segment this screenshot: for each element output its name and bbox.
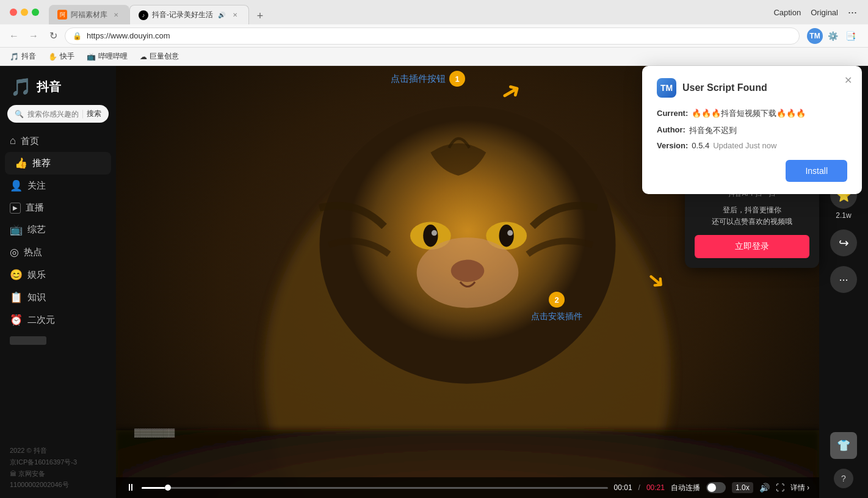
- sidebar-logo: 🎵 抖音: [0, 71, 116, 105]
- entertainment-icon: 😊: [10, 269, 23, 281]
- annotation-bubble-2: 2: [549, 292, 565, 308]
- detail-button[interactable]: 详情 ›: [790, 483, 809, 493]
- tm-current-value: 🔥🔥🔥抖音短视频下载🔥🔥🔥: [692, 107, 806, 120]
- url-text: https://www.douyin.com: [87, 31, 170, 40]
- tm-popup-close-button[interactable]: ✕: [841, 73, 855, 87]
- tm-logo-icon: TM: [657, 78, 676, 98]
- more-action[interactable]: ···: [830, 266, 857, 293]
- more-placeholder: [10, 336, 46, 345]
- search-icon: 🔍: [15, 110, 24, 118]
- help-icon[interactable]: ?: [834, 469, 853, 488]
- svg-point-10: [451, 260, 485, 282]
- bookmark-douyin[interactable]: 🎵 抖音: [10, 51, 36, 62]
- click-plugin-text: 点击插件按钮: [391, 73, 446, 85]
- tm-current-row: Current: 🔥🔥🔥抖音短视频下载🔥🔥🔥: [657, 107, 847, 120]
- video-watermark: ▓▓▓▓▓▓▓: [134, 428, 175, 437]
- video-controls: ⏸ 00:01 / 00:21 自动连播 1.: [116, 477, 819, 498]
- tm-current-label: Current:: [657, 107, 688, 120]
- bookmark-juliang[interactable]: ☁ 巨量创意: [140, 51, 179, 62]
- tm-author-label: Author:: [657, 125, 685, 136]
- pause-button[interactable]: ⏸: [126, 482, 136, 493]
- auto-play-toggle[interactable]: [706, 482, 726, 493]
- bookmark-kuaishou-label: 快手: [60, 51, 74, 62]
- bookmark-juliang-label: 巨量创意: [150, 51, 179, 62]
- tm-author-value: 抖音兔不迟到: [689, 125, 737, 136]
- caption-label[interactable]: Caption: [770, 7, 805, 18]
- time-separator: /: [638, 483, 640, 492]
- sidebar-item-hot[interactable]: ◎ 热点: [0, 241, 116, 264]
- search-button[interactable]: 搜索: [87, 109, 101, 119]
- tshirt-icon[interactable]: 👕: [830, 432, 857, 459]
- tampermonkey-extension-icon[interactable]: TM: [807, 28, 823, 44]
- sidebar-item-home[interactable]: ⌂ 首页: [0, 130, 116, 152]
- tab-douyin[interactable]: ♪ 抖音-记录美好生活 🔊 ✕: [129, 5, 249, 24]
- extension-icons: TM ⚙️ 📑: [803, 28, 862, 44]
- sidebar-item-live-label: 直播: [26, 202, 44, 214]
- progress-bar[interactable]: [142, 487, 608, 489]
- address-bar[interactable]: 🔒 https://www.douyin.com: [65, 27, 800, 45]
- sidebar-item-recommend[interactable]: 👍 推荐: [5, 152, 111, 175]
- sidebar-item-live[interactable]: ▶ 直播: [0, 197, 116, 218]
- sidebar-item-entertainment[interactable]: 😊 娱乐: [0, 264, 116, 286]
- follow-icon: 👤: [10, 179, 23, 192]
- auto-play-label: 自动连播: [671, 483, 700, 493]
- login-text-line2: 还可以点赞喜欢的视频哦: [695, 216, 809, 228]
- install-button[interactable]: Install: [786, 160, 847, 182]
- fullscreen-button[interactable]: ⛶: [776, 483, 784, 493]
- svg-point-7: [432, 230, 437, 236]
- sidebar: 🎵 抖音 🔍 搜索 ⌂ 首页 👍 推荐 👤 关注: [0, 66, 116, 498]
- sidebar-item-anime[interactable]: ⏰ 二次元: [0, 309, 116, 331]
- original-label[interactable]: Original: [807, 7, 842, 18]
- sidebar-item-more[interactable]: [0, 331, 116, 350]
- total-time: 00:21: [646, 483, 665, 492]
- window-controls: [0, 9, 49, 16]
- share-action[interactable]: ↪: [830, 229, 857, 256]
- sidebar-item-hot-label: 热点: [24, 247, 42, 258]
- volume-button[interactable]: 🔊: [759, 483, 770, 493]
- progress-handle[interactable]: [165, 485, 171, 491]
- sidebar-logo-text: 抖音: [37, 79, 61, 95]
- sidebar-item-anime-label: 二次元: [27, 314, 55, 326]
- sidebar-search[interactable]: 🔍 搜索: [7, 105, 109, 123]
- sidebar-footer: 2022 © 抖音 京ICP备16016397号-3 🏛 京网安备 110000…: [0, 438, 116, 498]
- tab-bar-extensions: Caption Original ···: [762, 6, 868, 19]
- new-tab-button[interactable]: +: [251, 7, 269, 24]
- tab-afusu-close[interactable]: ✕: [111, 10, 121, 20]
- tab-douyin-favicon: ♪: [139, 10, 148, 20]
- refresh-button[interactable]: ↻: [45, 28, 61, 44]
- search-input[interactable]: [27, 110, 79, 118]
- minimize-window-button[interactable]: [21, 9, 28, 16]
- speed-button[interactable]: 1.0x: [732, 482, 753, 493]
- browser-top-bar: 阿 阿福素材库 ✕ ♪ 抖音-记录美好生活 🔊 ✕ + Caption Orig…: [0, 0, 868, 24]
- bookmark-kuaishou-icon: ✋: [48, 52, 57, 61]
- sidebar-item-follow[interactable]: 👤 关注: [0, 175, 116, 197]
- bookmark-extension-icon[interactable]: 📑: [842, 28, 858, 44]
- tab-douyin-close[interactable]: ✕: [230, 10, 240, 20]
- progress-fill: [142, 487, 165, 489]
- annotation-click-install: 2 点击安装插件: [531, 292, 582, 322]
- tab-afusu-label: 阿福素材库: [71, 10, 107, 20]
- knowledge-icon: 📋: [10, 291, 23, 304]
- more-dots-icon: ···: [830, 266, 857, 293]
- maximize-window-button[interactable]: [32, 9, 39, 16]
- sidebar-item-variety[interactable]: 📺 综艺: [0, 218, 116, 241]
- close-window-button[interactable]: [10, 9, 17, 16]
- footer-line2: 京ICP备16016397号-3: [10, 457, 106, 468]
- svg-point-5: [423, 225, 438, 247]
- more-menu-button[interactable]: ···: [844, 6, 861, 19]
- search-divider: [82, 110, 83, 118]
- bookmark-kuaishou[interactable]: ✋ 快手: [48, 51, 74, 62]
- footer-line3: 🏛 京网安备: [10, 468, 106, 480]
- bookmark-bilibili[interactable]: 📺 哔哩哔哩: [87, 51, 128, 62]
- tab-afusu[interactable]: 阿 阿福素材库 ✕: [49, 5, 129, 24]
- login-button[interactable]: 立即登录: [695, 235, 809, 258]
- forward-button[interactable]: →: [26, 28, 42, 44]
- bookmark-bilibili-icon: 📺: [87, 52, 96, 61]
- tm-popup-title: User Script Found: [682, 82, 767, 93]
- settings-extension-icon[interactable]: ⚙️: [825, 28, 841, 44]
- bookmark-douyin-label: 抖音: [21, 51, 36, 62]
- sidebar-item-knowledge[interactable]: 📋 知识: [0, 286, 116, 309]
- tab-afusu-favicon: 阿: [57, 10, 67, 20]
- tm-updated-text: Updated Just now: [713, 141, 776, 150]
- back-button[interactable]: ←: [6, 28, 22, 44]
